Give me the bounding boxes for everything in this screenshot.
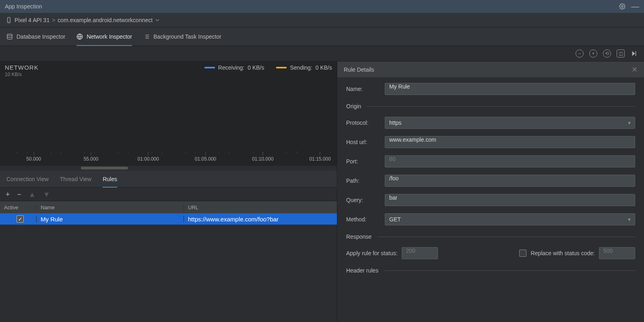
path-label: Path: — [346, 178, 379, 184]
query-label: Query: — [346, 197, 379, 203]
panel-title: App Inspection — [5, 3, 42, 10]
network-chart-panel: NETWORK Receiving: 0 KB/s Sending: 0 KB/… — [0, 61, 337, 171]
tab-database-inspector[interactable]: Database Inspector — [6, 27, 65, 46]
rules-table: Active Name URL ✓ My Rule https://www.ex… — [0, 201, 337, 322]
host-label: Host url: — [346, 139, 379, 145]
legend-receiving: Receiving: 0 KB/s — [204, 64, 264, 71]
path-input[interactable]: /foo — [385, 175, 635, 187]
port-label: Port: — [346, 158, 379, 165]
time-axis: 50.000 55.000 01:00.000 01:05.000 01:10.… — [0, 151, 337, 166]
host-input[interactable]: www.example.com — [385, 136, 635, 148]
y-axis-label: 10 KB/s — [0, 72, 337, 78]
network-subtabs: Connection View Thread View Rules — [0, 171, 337, 188]
query-input[interactable]: bar — [385, 194, 635, 206]
header-url[interactable]: URL — [184, 204, 337, 211]
detail-title: Rule Details — [344, 66, 374, 73]
name-label: Name: — [346, 86, 379, 92]
row-name: My Rule — [36, 216, 184, 223]
header-name[interactable]: Name — [36, 204, 184, 211]
move-up-button: ▲ — [29, 191, 36, 198]
legend-sending: Sending: 0 KB/s — [276, 64, 332, 71]
replace-label: Replace with status code: — [530, 250, 595, 256]
breadcrumb-device: Pixel 4 API 31 — [14, 17, 50, 23]
header-active[interactable]: Active — [0, 204, 36, 211]
database-icon — [6, 33, 13, 40]
legend-swatch-blue — [204, 67, 215, 68]
replace-status-input[interactable]: 500 — [599, 247, 635, 259]
subtab-rules[interactable]: Rules — [103, 171, 117, 188]
list-icon — [143, 33, 150, 40]
table-row[interactable]: ✓ My Rule https://www.example.com/foo?ba… — [0, 213, 337, 225]
header-rules-section: Header rules — [346, 267, 635, 274]
title-bar: App Inspection — — [0, 0, 644, 13]
method-select[interactable]: GET ▾ — [385, 213, 635, 225]
zoom-in-button[interactable]: + — [589, 50, 597, 58]
tab-network-inspector[interactable]: Network Inspector — [76, 27, 132, 46]
close-icon[interactable]: ✕ — [632, 65, 638, 74]
subtab-connection-view[interactable]: Connection View — [6, 171, 49, 188]
rule-details-pane: Rule Details ✕ Name: My Rule Origin Prot… — [337, 61, 644, 322]
remove-rule-button[interactable]: − — [17, 191, 22, 198]
tab-label: Database Inspector — [17, 33, 65, 40]
svg-rect-12 — [636, 51, 636, 56]
zoom-out-button[interactable]: − — [576, 50, 584, 58]
breadcrumb-app: com.example.android.networkconnect — [58, 17, 153, 23]
breadcrumb[interactable]: Pixel 4 API 31 > com.example.android.net… — [0, 13, 644, 27]
protocol-label: Protocol: — [346, 120, 379, 126]
minimize-icon[interactable]: — — [631, 5, 639, 8]
rules-toolbar: + − ▲ ▼ — [0, 188, 337, 201]
reset-zoom-button[interactable]: ⟲ — [603, 50, 611, 58]
globe-icon — [76, 33, 83, 40]
left-pane: NETWORK Receiving: 0 KB/s Sending: 0 KB/… — [0, 61, 337, 322]
chevron-down-icon[interactable] — [155, 18, 160, 23]
breadcrumb-separator: > — [52, 17, 55, 23]
inspector-tabs: Database Inspector Network Inspector Bac… — [0, 27, 644, 46]
svg-point-3 — [7, 34, 12, 35]
network-title: NETWORK — [5, 64, 39, 71]
svg-rect-1 — [8, 17, 10, 23]
move-down-button: ▼ — [43, 191, 50, 198]
method-label: Method: — [346, 216, 379, 223]
response-section: Response — [346, 233, 635, 240]
detail-header: Rule Details ✕ — [337, 61, 644, 77]
tab-label: Background Task Inspector — [153, 33, 221, 40]
gear-icon[interactable] — [619, 3, 625, 10]
add-rule-button[interactable]: + — [6, 191, 10, 198]
name-input[interactable]: My Rule — [385, 83, 635, 95]
tab-background-task-inspector[interactable]: Background Task Inspector — [143, 27, 221, 46]
device-icon — [6, 17, 12, 23]
replace-checkbox[interactable] — [519, 250, 526, 257]
apply-status-input[interactable]: 200 — [402, 247, 438, 259]
chevron-down-icon: ▾ — [628, 216, 631, 223]
tab-label: Network Inspector — [87, 33, 132, 40]
row-url: https://www.example.com/foo?bar — [184, 216, 337, 223]
go-live-button[interactable] — [630, 50, 638, 57]
protocol-select[interactable]: https ▾ — [385, 117, 635, 129]
toolbar-actions: − + ⟲ ◫ — [0, 46, 644, 61]
legend-swatch-orange — [276, 67, 287, 68]
origin-section: Origin — [346, 103, 635, 109]
subtab-thread-view[interactable]: Thread View — [60, 171, 91, 188]
apply-status-label: Apply rule for status: — [346, 250, 398, 256]
timeline-scrollbar[interactable] — [0, 166, 337, 171]
table-header: Active Name URL — [0, 201, 337, 213]
chevron-down-icon: ▾ — [628, 120, 631, 126]
svg-point-0 — [621, 6, 623, 7]
port-input[interactable]: 80 — [385, 155, 635, 167]
active-checkbox[interactable]: ✓ — [17, 215, 24, 223]
main-split: NETWORK Receiving: 0 KB/s Sending: 0 KB/… — [0, 61, 644, 322]
zoom-selection-button[interactable]: ◫ — [617, 50, 625, 58]
network-chart[interactable] — [0, 78, 337, 151]
